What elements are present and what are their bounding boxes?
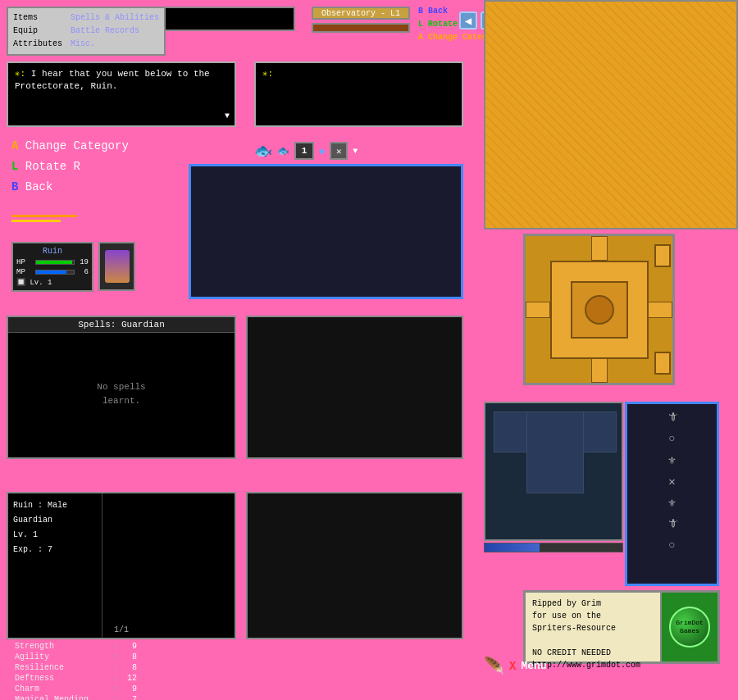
lv-icon: 🔲: [16, 279, 25, 287]
side-panel: 🗡 ○ ⚜ ✕ ⚜ 🗡 ○: [625, 402, 719, 586]
dropdown-icon[interactable]: ▼: [353, 147, 358, 156]
label-rotate[interactable]: L Rotate R: [11, 160, 80, 173]
location-bar: [164, 7, 295, 31]
credit-box: Ripped by Grim for use on the Spriters-R…: [523, 590, 720, 664]
lv-val: 1: [48, 279, 52, 287]
dialogue-text: I hear that you went below to theProtect…: [15, 69, 210, 91]
dialogue-arrow: ▼: [225, 111, 230, 122]
inv-panel: [246, 492, 463, 639]
dialogue-star: ✳:: [15, 69, 25, 79]
hp-label: HP: [16, 258, 33, 266]
stats-row: Resilience:8: [13, 662, 139, 673]
side-icon-7[interactable]: ○: [664, 537, 681, 553]
map-center: [585, 295, 614, 325]
stats-right: Strength:9Agility:8Resilience:8Deftness:…: [8, 638, 144, 700]
item-nav[interactable]: 🐟 🐟 1 ◆ ✕ ▼: [254, 142, 358, 160]
char-icon: [98, 242, 135, 291]
menu-label[interactable]: Menu: [521, 660, 546, 672]
credit-url: http://www.grimdot.com: [532, 659, 654, 671]
spells-panel: Spells: Guardian No spellslearnt.: [7, 316, 236, 459]
spells-body: No spellslearnt.: [8, 333, 235, 455]
map-progress: [484, 543, 623, 552]
map-medium: [523, 234, 675, 385]
map-dark: [484, 402, 623, 541]
map-top-texture: [485, 2, 736, 228]
nav-left-arrow[interactable]: ◀: [459, 11, 477, 30]
side-icon-2[interactable]: ○: [664, 430, 681, 447]
stats-lv: Lv. 1: [13, 528, 97, 543]
stats-row: Deftness:12: [13, 673, 139, 684]
stats-row: Magical Mending:7: [13, 694, 139, 700]
label-back[interactable]: B Back: [11, 180, 52, 193]
fish-left-icon[interactable]: 🐟: [254, 142, 272, 160]
credit-text: Ripped by Grim for use on the Spriters-R…: [526, 593, 660, 661]
room-top-right: [654, 244, 671, 267]
mp-label: MP: [16, 268, 33, 276]
side-icon-6[interactable]: 🗡: [664, 516, 681, 532]
side-icon-1[interactable]: 🗡: [664, 409, 681, 425]
item-preview: [189, 164, 463, 299]
stats-row: Agility:8: [13, 652, 139, 662]
menu-items[interactable]: Items: [13, 11, 62, 25]
side-icon-4[interactable]: ✕: [664, 473, 681, 489]
menu-equip[interactable]: Equip: [13, 25, 62, 38]
stats-table: Strength:9Agility:8Resilience:8Deftness:…: [13, 641, 139, 700]
stats-left: Ruin : Male Guardian Lv. 1 Exp. : 7: [8, 493, 102, 638]
menu-attributes[interactable]: Attributes: [13, 38, 62, 51]
underline-1: [11, 215, 77, 217]
stats-panel: Ruin : Male Guardian Lv. 1 Exp. : 7 Stre…: [7, 492, 236, 639]
dialogue-box-2: ✳:: [254, 61, 463, 127]
credit-line2: for use on the: [532, 610, 654, 622]
lv-row: 🔲 Lv. 1: [16, 278, 89, 287]
hp-bar-bg: [35, 260, 75, 265]
dialogue-box-1: ✳: I hear that you went below to theProt…: [7, 61, 236, 127]
btn-back-top[interactable]: B Back: [418, 7, 448, 16]
menu-battle[interactable]: Battle Records: [71, 25, 159, 38]
corridor-left: [526, 302, 550, 318]
menu-button[interactable]: 🪶 X Menu: [484, 656, 547, 676]
underline-bars: [11, 215, 77, 222]
side-icon-3[interactable]: ⚜: [664, 452, 681, 468]
lv-label: Lv.: [30, 279, 43, 287]
dark-t-vertical: [526, 411, 584, 493]
dialogue2-star: ✳:: [262, 69, 273, 79]
char-stat-panel: Ruin HP 19 MP 6 🔲 Lv. 1: [11, 242, 93, 292]
map-top: [484, 0, 738, 230]
label-change[interactable]: A Change Category: [11, 139, 129, 152]
hp-row: HP 19: [16, 258, 89, 266]
mp-bar-fill: [36, 270, 66, 274]
char-sprite: [105, 250, 130, 283]
location-sublabel: [312, 23, 410, 33]
mp-bar-bg: [35, 270, 75, 275]
items-panel: [246, 316, 463, 459]
stats-row: Charm:9: [13, 684, 139, 694]
logo-circle: GrimDotGames: [669, 607, 710, 648]
mp-row: MP 6: [16, 268, 89, 276]
corridor-top: [591, 236, 608, 261]
map-medium-inner: [526, 236, 672, 383]
side-icon-5[interactable]: ⚜: [664, 494, 681, 511]
char-name: Ruin: [16, 247, 89, 256]
corridor-bottom: [591, 358, 608, 383]
corridor-right: [648, 302, 672, 318]
stats-row: Strength:9: [13, 641, 139, 652]
fish-small-icon: 🐟: [277, 145, 289, 157]
stats-char-name: Ruin : Male: [13, 498, 97, 513]
credit-line5: NO CREDIT NEEDED: [532, 647, 654, 659]
location-label: Observatory - L1: [312, 7, 410, 20]
spells-header: Spells: Guardian: [8, 317, 235, 333]
top-menu: Items Equip Attributes Spells & Abilitie…: [7, 7, 166, 56]
stats-class: Guardian: [13, 513, 97, 528]
menu-misc[interactable]: Misc.: [71, 38, 159, 51]
item-count: 1: [294, 142, 314, 160]
x-icon[interactable]: ✕: [330, 142, 348, 160]
x-label[interactable]: X: [509, 660, 516, 673]
wing-icon: 🪶: [484, 656, 504, 676]
hp-bar-fill: [36, 261, 72, 264]
spells-empty: No spellslearnt.: [97, 380, 145, 407]
room-bottom-right: [654, 352, 671, 375]
credit-line3: Spriters-Resource: [532, 622, 654, 634]
menu-spells[interactable]: Spells & Abilities: [71, 11, 159, 25]
stats-exp: Exp. : 7: [13, 543, 97, 557]
map-progress-fill: [485, 543, 540, 552]
